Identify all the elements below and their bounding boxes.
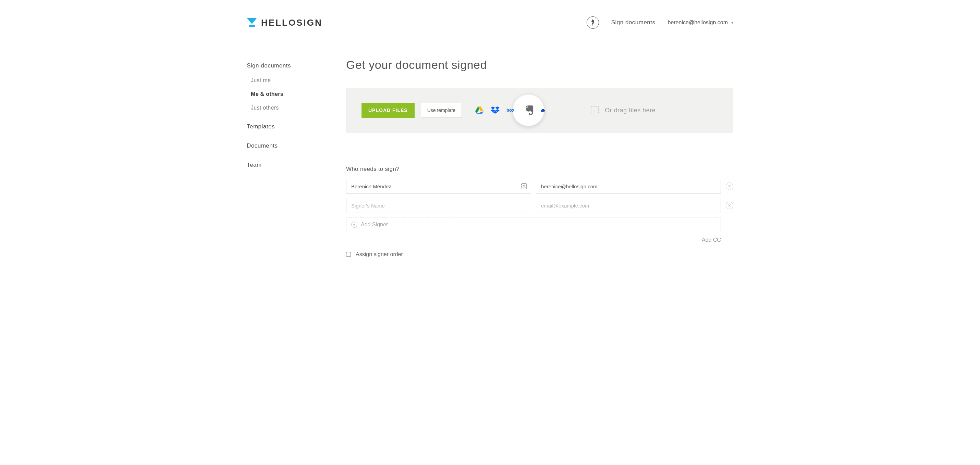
signer-name-input[interactable]: Signer's Name [346, 198, 531, 213]
google-drive-icon[interactable] [475, 106, 484, 115]
pen-nib-icon[interactable] [587, 16, 599, 29]
logo-mark-icon [247, 18, 257, 27]
chevron-down-icon: ▾ [731, 20, 733, 25]
add-signer-button[interactable]: + Add Signer [346, 217, 721, 232]
contacts-icon[interactable] [521, 183, 527, 189]
signer-row: Berenice Méndez berenice@hellosign.com ✕ [346, 179, 733, 194]
sidebar-item-sign-documents[interactable]: Sign documents [247, 62, 346, 69]
logo[interactable]: HELLOSIGN [247, 17, 323, 28]
assign-signer-order[interactable]: Assign signer order [346, 251, 733, 257]
sidebar-item-just-others[interactable]: Just others [251, 105, 346, 111]
add-cc-link[interactable]: + Add CC [346, 237, 733, 243]
main-content: Get your document signed UPLOAD FILES Us… [346, 38, 733, 257]
signer-row: Signer's Name email@example.com ✕ [346, 198, 733, 213]
svg-marker-5 [491, 106, 495, 109]
page-title: Get your document signed [346, 58, 733, 71]
svg-marker-0 [247, 18, 257, 24]
file-source-icons: box [475, 106, 545, 115]
horizontal-divider [346, 152, 733, 152]
box-icon[interactable]: box [506, 106, 515, 115]
assign-order-checkbox[interactable] [346, 252, 351, 257]
drag-drop-zone[interactable]: ↓ Or drag files here [591, 106, 655, 114]
signers-heading: Who needs to sign? [346, 166, 733, 173]
header: HELLOSIGN Sign documents berenice@hellos… [247, 0, 733, 38]
evernote-icon[interactable] [525, 106, 534, 115]
svg-text:box: box [506, 108, 515, 113]
signers-section: Who needs to sign? Berenice Méndez beren… [346, 166, 733, 257]
onedrive-icon[interactable] [541, 106, 545, 115]
use-template-button[interactable]: Use template [421, 103, 462, 118]
svg-rect-1 [249, 25, 255, 27]
svg-point-12 [523, 185, 525, 186]
dropbox-icon[interactable] [491, 106, 500, 115]
download-arrow-icon: ↓ [591, 106, 599, 114]
drag-hint-text: Or drag files here [605, 107, 655, 114]
signer-name-input[interactable]: Berenice Méndez [346, 179, 531, 194]
upload-files-button[interactable]: UPLOAD FILES [361, 103, 415, 118]
signer-email-input[interactable]: berenice@hellosign.com [536, 179, 721, 194]
upload-panel: UPLOAD FILES Use template box [346, 88, 733, 133]
sidebar-item-templates[interactable]: Templates [247, 123, 346, 130]
logo-text: HELLOSIGN [261, 17, 323, 28]
user-email: berenice@hellosign.com [668, 19, 728, 26]
sidebar-item-team[interactable]: Team [247, 162, 346, 168]
sign-documents-link[interactable]: Sign documents [611, 19, 655, 26]
remove-signer-button[interactable]: ✕ [726, 183, 733, 190]
sidebar: Sign documents Just me Me & others Just … [247, 38, 346, 257]
sidebar-item-me-and-others[interactable]: Me & others [251, 91, 346, 97]
remove-signer-button[interactable]: ✕ [726, 202, 733, 209]
vertical-divider [575, 101, 575, 120]
sidebar-item-just-me[interactable]: Just me [251, 78, 346, 84]
user-menu[interactable]: berenice@hellosign.com ▾ [668, 19, 733, 26]
svg-marker-6 [495, 106, 500, 109]
sidebar-item-documents[interactable]: Documents [247, 143, 346, 149]
plus-circle-icon: + [351, 222, 357, 228]
signer-email-input[interactable]: email@example.com [536, 198, 721, 213]
